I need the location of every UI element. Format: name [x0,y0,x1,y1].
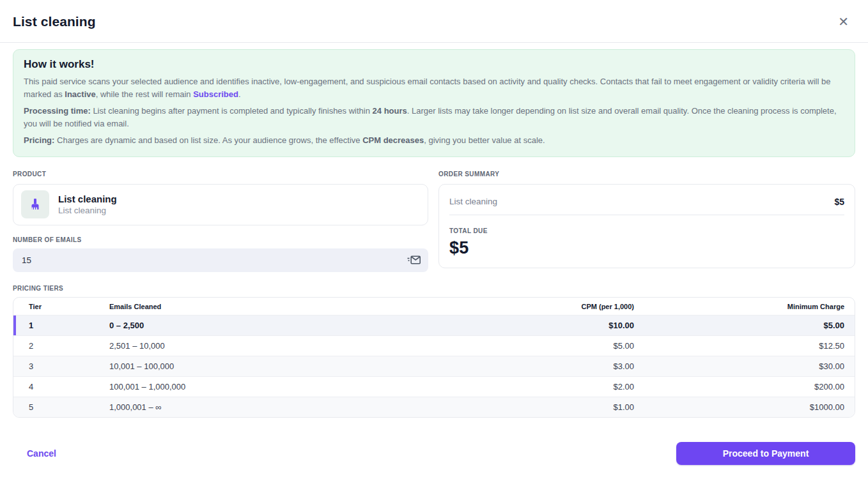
range-cell: 0 – 2,500 [109,315,436,335]
tier-cell: 4 [13,376,109,397]
range-cell: 2,501 – 10,000 [109,335,436,356]
range-cell: 1,000,001 – ∞ [109,397,436,417]
emails-label: NUMBER OF EMAILS [13,236,428,243]
info-paragraph: Processing time: List cleaning begins af… [24,105,844,130]
col-emails-cleaned: Emails Cleaned [109,298,436,316]
emails-input[interactable] [13,248,428,272]
info-paragraph: Pricing: Charges are dynamic and based o… [24,134,844,147]
tier-cell: 2 [13,335,109,356]
info-title: How it works! [24,58,844,71]
range-cell: 10,001 – 100,000 [109,356,436,376]
min-charge-cell: $5.00 [634,315,855,335]
cpm-cell: $10.00 [436,315,634,335]
min-charge-cell: $12.50 [634,335,855,356]
col-tier: Tier [13,298,109,316]
col-minimum-charge: Minimum Charge [634,298,855,316]
pricing-tiers-label: PRICING TIERS [13,285,855,292]
summary-divider [449,215,844,215]
product-column: PRODUCT List cleaning List cleaning NUMB… [13,167,428,272]
min-charge-cell: $200.00 [634,376,855,397]
col-cpm: CPM (per 1,000) [436,298,634,316]
table-header-row: Tier Emails Cleaned CPM (per 1,000) Mini… [13,298,855,316]
tier-cell: 5 [13,397,109,417]
total-due-amount: $5 [449,238,844,258]
info-paragraph: This paid service scans your selected au… [24,75,844,100]
modal-header: List cleaning ✕ [0,0,868,43]
pricing-tier-row[interactable]: 4100,001 – 1,000,000$2.00$200.00 [13,376,855,397]
product-card: List cleaning List cleaning [13,184,428,225]
pricing-tier-row[interactable]: 310,001 – 100,000$3.00$30.00 [13,356,855,376]
product-label: PRODUCT [13,171,46,178]
cpm-cell: $2.00 [436,376,634,397]
pricing-tier-row[interactable]: 22,501 – 10,000$5.00$12.50 [13,335,855,356]
pricing-tier-row[interactable]: 10 – 2,500$10.00$5.00 [13,315,855,335]
modal-body: How it works! This paid service scans yo… [0,43,868,442]
order-summary-column: ORDER SUMMARY List cleaning $5 TOTAL DUE… [438,167,855,272]
tier-cell: 3 [13,356,109,376]
cpm-cell: $5.00 [436,335,634,356]
emails-input-wrap [13,248,428,272]
pricing-tiers-table: Tier Emails Cleaned CPM (per 1,000) Mini… [13,297,855,418]
cancel-button[interactable]: Cancel [13,448,56,459]
email-icon [407,255,421,265]
order-summary-label: ORDER SUMMARY [438,171,499,178]
summary-line-item: List cleaning $5 [449,193,844,213]
tier-cell: 1 [13,315,109,335]
min-charge-cell: $1000.00 [634,397,855,417]
product-name: List cleaning [58,194,117,204]
page-title: List cleaning [13,14,96,29]
cpm-cell: $1.00 [436,397,634,417]
min-charge-cell: $30.00 [634,356,855,376]
cpm-cell: $3.00 [436,356,634,376]
proceed-to-payment-button[interactable]: Proceed to Payment [676,442,855,465]
pricing-tier-row[interactable]: 51,000,001 – ∞$1.00$1000.00 [13,397,855,417]
range-cell: 100,001 – 1,000,000 [109,376,436,397]
close-icon[interactable]: ✕ [832,13,855,31]
order-summary-card: List cleaning $5 TOTAL DUE $5 [438,184,855,268]
product-info: List cleaning List cleaning [58,194,117,215]
product-subtitle: List cleaning [58,206,117,215]
summary-item-amount: $5 [834,197,844,207]
how-it-works-panel: How it works! This paid service scans yo… [13,49,855,157]
modal-footer: Cancel Proceed to Payment [0,442,868,479]
summary-item-name: List cleaning [449,197,497,206]
total-due-label: TOTAL DUE [449,227,488,234]
brush-icon [21,190,49,218]
